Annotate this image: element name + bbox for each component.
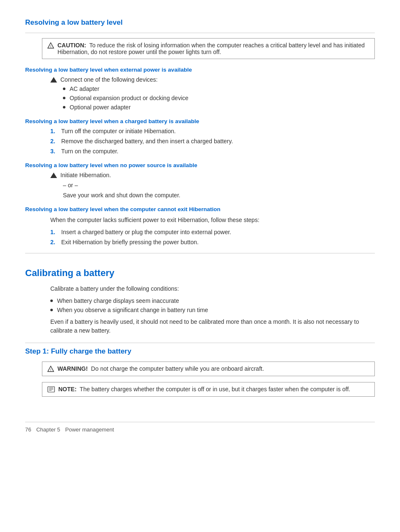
bullet-text: Optional expansion product or docking de…	[70, 95, 188, 101]
step-number: 2.	[50, 138, 58, 145]
footer-page-number: 76	[25, 426, 31, 433]
calibrating-title: Calibrating a battery	[25, 268, 375, 280]
subsection-external-power: Resolving a low battery level when exter…	[25, 67, 375, 111]
calibrating-bullets: When battery charge displays seem inaccu…	[50, 297, 375, 313]
subsection-intro: When the computer lacks sufficient power…	[50, 216, 375, 225]
caution-label: CAUTION:	[57, 42, 86, 49]
or-alternative-text: Save your work and shut down the compute…	[63, 192, 375, 199]
list-item: 1. Turn off the computer or initiate Hib…	[50, 128, 375, 134]
subsection-cannot-exit: Resolving a low battery level when the c…	[25, 206, 375, 245]
bullet-text: AC adapter	[70, 85, 99, 92]
list-item: Optional expansion product or docking de…	[63, 95, 375, 101]
svg-text:!: !	[50, 368, 52, 372]
arrow-text: Connect one of the following devices:	[60, 76, 158, 83]
footer-chapter: Chapter 5	[36, 426, 60, 433]
step1-title: Step 1: Fully charge the battery	[25, 347, 375, 357]
arrow-bullet-item: Connect one of the following devices:	[50, 76, 375, 83]
caution-box: ! CAUTION: To reduce the risk of losing …	[42, 38, 375, 59]
caution-triangle-icon: !	[47, 42, 54, 49]
warning-triangle-icon: !	[47, 366, 54, 372]
step-number: 1.	[50, 229, 58, 235]
warning-box: ! WARNING! Do not charge the computer ba…	[42, 362, 375, 376]
svg-text:!: !	[50, 44, 52, 49]
subsection-no-power-heading: Resolving a low battery level when no po…	[25, 162, 375, 168]
warning-label: WARNING!	[57, 365, 88, 372]
bullet-dot-icon	[63, 97, 65, 99]
calibrating-section: Calibrating a battery Calibrate a batter…	[25, 253, 375, 335]
note-text: The battery charges whether the computer…	[80, 386, 350, 393]
list-item: 2. Remove the discharged battery, and th…	[50, 138, 375, 145]
list-item: When you observe a significant change in…	[50, 307, 375, 313]
step-text: Remove the discharged battery, and then …	[61, 138, 233, 145]
step-text: Turn on the computer.	[61, 148, 118, 155]
warning-text: Do not charge the computer battery while…	[91, 365, 264, 372]
step1-section: Step 1: Fully charge the battery ! WARNI…	[25, 343, 375, 397]
caution-text: To reduce the risk of losing information…	[57, 42, 365, 55]
bullet-dot-icon	[63, 106, 65, 108]
footer-chapter-title: Power management	[65, 426, 114, 433]
calibrating-intro: Calibrate a battery under the following …	[50, 284, 375, 293]
footer: 76 Chapter 5 Power management	[25, 422, 375, 433]
numbered-list-charged: 1. Turn off the computer or initiate Hib…	[50, 128, 375, 155]
arrow-text: Initiate Hibernation.	[60, 172, 111, 178]
step-text: Insert a charged battery or plug the com…	[61, 229, 231, 235]
subsection-no-power-source: Resolving a low battery level when no po…	[25, 162, 375, 199]
bullet-list-external: AC adapter Optional expansion product or…	[63, 85, 375, 111]
bullet-dot-icon	[50, 300, 53, 302]
subsection-cannot-exit-heading: Resolving a low battery level when the c…	[25, 206, 375, 212]
list-item: When battery charge displays seem inaccu…	[50, 297, 375, 304]
bullet-text: When you observe a significant change in…	[57, 307, 208, 313]
list-item: Optional power adapter	[63, 104, 375, 111]
arrow-bullet-initiate: Initiate Hibernation.	[50, 172, 375, 178]
step-number: 1.	[50, 128, 58, 134]
or-label: – or –	[63, 182, 375, 189]
bullet-text: When battery charge displays seem inaccu…	[57, 297, 179, 304]
list-item: AC adapter	[63, 85, 375, 92]
note-icon	[47, 386, 55, 393]
note-label: NOTE:	[58, 386, 77, 393]
calibrating-note-text: Even if a battery is heavily used, it sh…	[50, 318, 375, 335]
bullet-text: Optional power adapter	[70, 104, 131, 111]
main-section-title: Resolving a low battery level	[25, 18, 375, 33]
subsection-charged-battery-heading: Resolving a low battery level when a cha…	[25, 118, 375, 124]
note-box: NOTE: The battery charges whether the co…	[42, 382, 375, 397]
triangle-icon	[50, 173, 57, 178]
step-number: 3.	[50, 148, 58, 155]
list-item: 1. Insert a charged battery or plug the …	[50, 229, 375, 235]
step-text: Turn off the computer or initiate Hibern…	[61, 128, 176, 134]
step-text: Exit Hibernation by briefly pressing the…	[61, 239, 199, 245]
bullet-dot-icon	[50, 309, 53, 311]
bullet-dot-icon	[63, 88, 65, 90]
numbered-list-cannot-exit: 1. Insert a charged battery or plug the …	[50, 229, 375, 245]
subsection-external-power-heading: Resolving a low battery level when exter…	[25, 67, 375, 73]
list-item: 3. Turn on the computer.	[50, 148, 375, 155]
triangle-icon	[50, 77, 57, 83]
list-item: 2. Exit Hibernation by briefly pressing …	[50, 239, 375, 245]
subsection-charged-battery: Resolving a low battery level when a cha…	[25, 118, 375, 155]
step-number: 2.	[50, 239, 58, 245]
